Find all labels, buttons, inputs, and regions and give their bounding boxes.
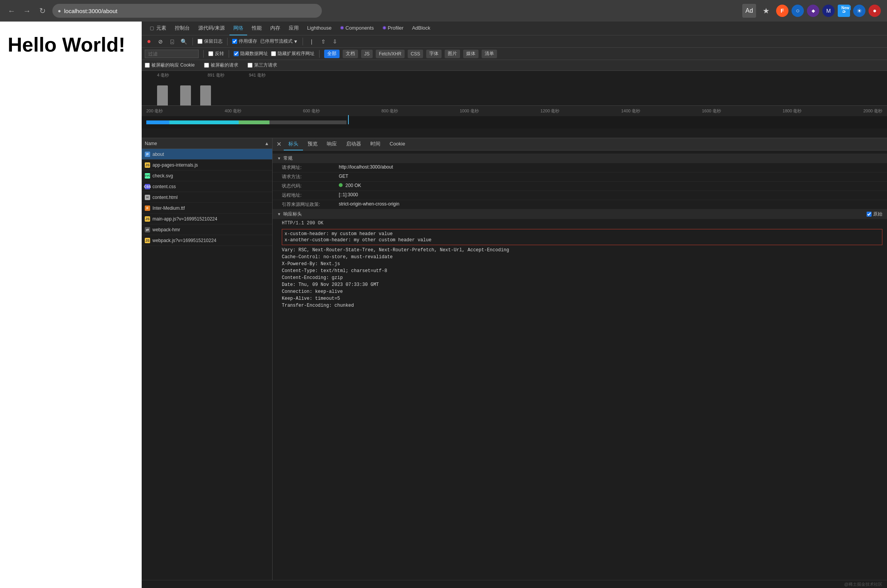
back-button[interactable]: ← [6, 5, 17, 16]
ruler-0: 200 毫秒 [146, 108, 163, 114]
ext3-icon[interactable]: ◆ [807, 5, 819, 17]
request-item-check[interactable]: SVG check.svg [142, 170, 272, 181]
request-item-webpack[interactable]: JS webpack.js?v=1699515210224 [142, 235, 272, 246]
blocked-row: 被屏蔽的响应 Cookie 被屏蔽的请求 第三方请求 [142, 60, 887, 71]
request-item-app-pages[interactable]: JS app-pages-internals.js [142, 160, 272, 170]
tab-timing[interactable]: 时间 [366, 138, 385, 150]
request-item-about[interactable]: P about [142, 149, 272, 160]
import-button[interactable]: ⇧ [319, 37, 328, 46]
resp-header-date: Date: Thu, 09 Nov 2023 07:33:30 GMT [273, 281, 887, 288]
address-bar[interactable]: ● [52, 4, 322, 18]
watermark: @稀土掘金技术社区 [844, 582, 882, 586]
blocked-requests-checkbox[interactable]: 被屏蔽的请求 [204, 62, 238, 68]
divider1 [192, 38, 193, 45]
filter-clear-btn[interactable]: 清单 [482, 50, 497, 58]
timeline-top: 4 毫秒 891 毫秒 941 毫秒 [142, 71, 887, 105]
check-icon: SVG [145, 173, 150, 179]
tab-network[interactable]: 网络 [229, 22, 247, 35]
clear-button[interactable]: ⊘ [156, 37, 165, 46]
bookmark-icon[interactable]: ★ [759, 4, 773, 18]
filter-input[interactable] [145, 50, 199, 58]
record-button[interactable]: ● [145, 37, 153, 46]
filter-css-btn[interactable]: CSS [408, 50, 423, 58]
invert-checkbox[interactable]: 反转 [208, 50, 224, 57]
tab-console[interactable]: 控制台 [171, 22, 194, 35]
resp-header-encoding: Content-Encoding: gzip [273, 274, 887, 281]
tab-sources[interactable]: 源代码/来源 [194, 22, 229, 35]
disable-cache-checkbox[interactable]: 停用缓存 [232, 38, 257, 45]
refresh-button[interactable]: ↻ [37, 5, 48, 16]
tab-elements[interactable]: ▢ 元素 [145, 22, 170, 35]
page-heading: Hello World! [8, 33, 134, 56]
tab-adblock[interactable]: AdBlock [408, 22, 434, 35]
webpack-name: webpack.js?v=1699515210224 [152, 238, 216, 243]
divider3 [303, 38, 303, 45]
waterfall-empty [142, 129, 887, 138]
tab-profiler[interactable]: ✺Profiler [378, 22, 407, 35]
request-item-hmr[interactable]: ⇄ webpack-hmr [142, 224, 272, 235]
request-item-html[interactable]: H content.html [142, 192, 272, 203]
new-ext-icon[interactable]: S New [838, 5, 850, 17]
details-panel: ✕ 标头 预览 响应 启动器 时间 Cookie 常规 请求网址: [273, 138, 887, 580]
request-item-font[interactable]: F Inter-Medium.ttf [142, 203, 272, 214]
forward-button[interactable]: → [22, 5, 32, 16]
url-input[interactable] [64, 8, 316, 14]
tl-label-2: 941 毫秒 [249, 72, 266, 78]
search-button[interactable]: 🔍 [179, 37, 188, 46]
blocked-cookies-checkbox[interactable]: 被屏蔽的响应 Cookie [145, 62, 195, 68]
status-dot [339, 183, 343, 187]
filter-all-btn[interactable]: 全部 [324, 50, 340, 58]
ext2-icon[interactable]: ○ [792, 5, 804, 17]
raw-checkbox[interactable]: 原始 [867, 211, 882, 217]
hide-data-urls-checkbox[interactable]: 隐藏数据网址 [234, 50, 268, 57]
timeline-bar-2 [200, 85, 211, 105]
divider5 [229, 50, 229, 58]
wifi-icon[interactable]: ∣ [308, 37, 316, 46]
filter-fetch-btn[interactable]: Fetch/XHR [376, 50, 405, 58]
detail-referrer-policy: 引荐来源网址政策: strict-origin-when-cross-origi… [273, 200, 887, 209]
filter-img-btn[interactable]: 图片 [445, 50, 460, 58]
throttle-dropdown[interactable]: 已停用节流模式 ▼ [260, 38, 298, 45]
tab-cookie[interactable]: Cookie [385, 138, 410, 150]
custom-header-2: x-another-custom-header: my other custom… [285, 237, 880, 243]
request-list-items[interactable]: P about JS app-pages-internals.js SVG ch… [142, 149, 272, 580]
tab-application[interactable]: 应用 [285, 22, 303, 35]
filter-button[interactable]: ⌺ [168, 37, 176, 46]
details-content: 常规 请求网址: http://localhost:3000/about 请求方… [273, 150, 887, 580]
filter-media-btn[interactable]: 媒体 [463, 50, 479, 58]
request-item-main-app[interactable]: JS main-app.js?v=1699515210224 [142, 214, 272, 224]
tab-headers[interactable]: 标头 [284, 138, 303, 150]
preserve-log-checkbox[interactable]: 保留日志 [197, 38, 223, 45]
detail-remote-address: 远程地址: [::1]:3000 [273, 191, 887, 200]
tab-initiator[interactable]: 启动器 [341, 138, 366, 150]
tab-lighthouse[interactable]: Lighthouse [303, 22, 336, 35]
tab-components[interactable]: ✺Components [336, 22, 378, 35]
filter-font-btn[interactable]: 字体 [426, 50, 442, 58]
response-headers-section-header[interactable]: 响应标头 原始 [273, 209, 887, 219]
close-button[interactable]: ✕ [274, 138, 284, 150]
sort-icon: ▲ [264, 141, 269, 146]
third-party-checkbox[interactable]: 第三方请求 [248, 62, 277, 68]
page-content: Hello World! [0, 22, 142, 588]
translate-icon[interactable]: Ad [742, 4, 756, 18]
ext5-icon[interactable]: ☀ [853, 5, 865, 17]
timeline-labels: 4 毫秒 891 毫秒 941 毫秒 [157, 72, 266, 78]
tab-memory[interactable]: 内存 [266, 22, 284, 35]
tab-performance[interactable]: 性能 [248, 22, 266, 35]
ext6-icon[interactable]: ● [869, 5, 881, 17]
devtools-panel: ▢ 元素 控制台 源代码/来源 网络 性能 内存 应用 Lighthouse ✺… [142, 22, 887, 588]
tab-response[interactable]: 响应 [322, 138, 341, 150]
hide-ext-urls-checkbox[interactable]: 隐藏扩展程序网址 [271, 50, 315, 57]
export-button[interactable]: ⇩ [331, 37, 339, 46]
ext4-icon[interactable]: M [822, 5, 835, 17]
filter-doc-btn[interactable]: 文档 [343, 50, 358, 58]
font-icon: F [145, 205, 150, 211]
ext1-icon[interactable]: F [776, 5, 788, 17]
general-section-header[interactable]: 常规 [273, 154, 887, 163]
request-item-css[interactable]: CSS content.css [142, 181, 272, 192]
resp-header-vary: Vary: RSC, Next-Router-State-Tree, Next-… [273, 247, 887, 254]
tab-preview[interactable]: 预览 [303, 138, 322, 150]
custom-headers-box: x-custom-header: my custom header value … [282, 229, 882, 245]
main-area: Hello World! ▢ 元素 控制台 源代码/来源 网络 性能 内存 应用… [0, 22, 887, 588]
filter-js-btn[interactable]: JS [361, 50, 373, 58]
